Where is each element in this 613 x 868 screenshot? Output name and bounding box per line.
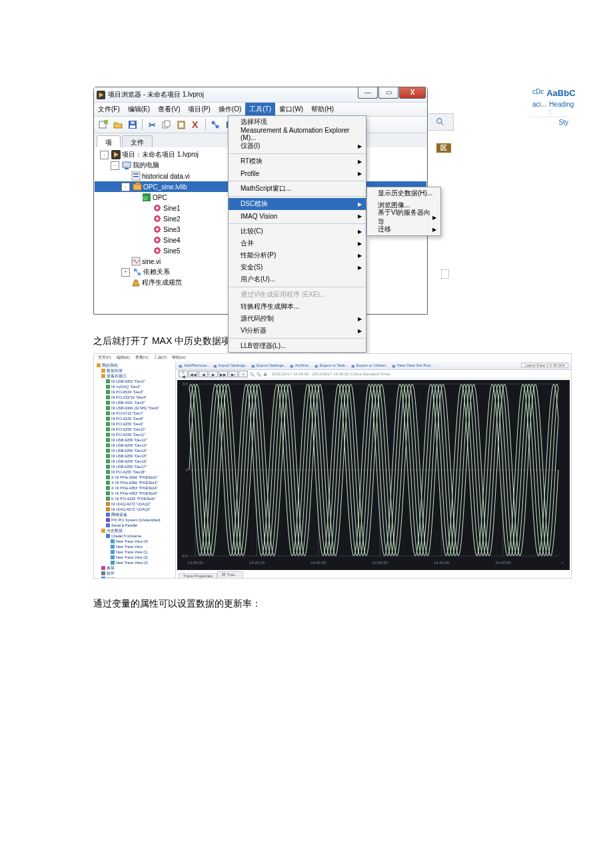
nav-first-button[interactable]: |◀ — [179, 371, 188, 377]
max-tool[interactable]: ▣Archive... — [290, 363, 312, 368]
max-tree-row[interactable]: NI USB-6366 (32 MS) "Dev6" — [94, 405, 175, 411]
latest-data-button[interactable]: Latest Data 1.0 00:000 — [521, 363, 568, 368]
zoom-in-icon[interactable]: 🔍 — [250, 372, 255, 377]
cut-icon[interactable]: ✂ — [145, 118, 159, 131]
tools-menu-dropdown[interactable]: 选择环境Measurement & Automation Explorer (M… — [228, 115, 366, 353]
max-toolbar[interactable]: ▣Add/Remove...▣Import Settings...▣Export… — [176, 361, 571, 370]
menu-6[interactable]: 窗口(W) — [275, 103, 307, 116]
menu-item[interactable]: 源代码控制▶ — [229, 313, 366, 325]
max-tool[interactable]: ▣Export to Task... — [314, 363, 348, 368]
max-tree-row[interactable]: 6: NI PCI-6225 "PXIESlot6" — [94, 496, 175, 501]
max-tree-row[interactable]: PXI PCI System (Unidentified) — [94, 517, 175, 523]
max-tree-row[interactable]: NI USB-6259 "Dev14" — [94, 448, 175, 453]
tree-toggle[interactable]: + — [121, 268, 130, 277]
tab-trace-props[interactable]: Trace Properties — [179, 573, 217, 578]
max-tree-row[interactable]: NI PCI-6255 "Dev9" — [94, 421, 175, 427]
nav-last-button[interactable]: ▶| — [229, 371, 238, 377]
max-tree-row[interactable]: Serial & Parallel — [94, 523, 175, 528]
max-tree-row[interactable]: NI USB-6259 "Dev16" — [94, 459, 175, 464]
menu-3[interactable]: 项目(P) — [184, 103, 214, 116]
delete-icon[interactable]: X — [189, 118, 203, 131]
max-tree[interactable]: 我的系统数据邻居设备和接口NI USB-6353 "Dev2"NI myDAQ … — [94, 361, 176, 578]
max-menu[interactable]: 文件(F) — [98, 355, 111, 361]
new-vi-icon[interactable] — [97, 118, 110, 131]
max-tree-row[interactable]: NI USB-6353 "Dev2" — [94, 379, 175, 384]
menu-item[interactable]: DSC模块▶ — [229, 198, 366, 210]
menu-item[interactable]: RT模块▶ — [229, 155, 366, 167]
max-tree-row[interactable]: 历史数据 — [94, 528, 175, 533]
menu-item[interactable]: 用户名(U)... — [229, 273, 366, 285]
max-tree-row[interactable]: NI cDAQ-9272 "cDAQ2" — [94, 501, 175, 507]
menu-5[interactable]: 工具(T) — [245, 103, 275, 116]
open-icon[interactable] — [111, 118, 125, 131]
nav-prev-page-button[interactable]: ◀◀ — [189, 371, 198, 377]
max-tool[interactable]: ▣Import Settings... — [213, 363, 249, 368]
tree-toggle[interactable]: - — [121, 183, 130, 191]
paste-icon[interactable] — [175, 118, 188, 131]
menu-item[interactable]: 性能分析(P)▶ — [229, 249, 366, 261]
nav-next-page-button[interactable]: ▶▶ — [219, 371, 228, 377]
tree-toggle[interactable]: - — [100, 151, 109, 159]
menu-item[interactable]: MathScript窗口... — [229, 183, 366, 195]
max-tree-row[interactable]: 2: NI PXIe-2566 "PXIESlot2" — [94, 475, 175, 480]
max-tree-row[interactable]: IVI Drivers — [94, 576, 175, 578]
menu-item[interactable]: 合并▶ — [229, 237, 366, 249]
max-tree-row[interactable]: NI cDAQ-9272 "cDAQ3" — [94, 507, 175, 512]
max-tool[interactable]: ▣Add/Remove... — [179, 363, 211, 368]
max-tree-row[interactable]: Citadel 5 Universe — [94, 533, 175, 539]
nav-plus-button[interactable]: + — [239, 371, 248, 377]
submenu-item[interactable]: 显示历史数据(H)... — [367, 187, 440, 199]
max-tree-row[interactable]: 设备和接口 — [94, 373, 175, 379]
nav-next-button[interactable]: ▶ — [209, 371, 218, 377]
max-tree-row[interactable]: NI USB-6255 "Dev17" — [94, 464, 175, 469]
max-tree-row[interactable]: New Trace View — [94, 544, 175, 549]
max-tree-row[interactable]: 4: NI PXIe-4353 "PXIESlot4" — [94, 485, 175, 491]
max-tree-row[interactable]: NI PCI-6534 "Dev3" — [94, 389, 175, 395]
save-icon[interactable] — [126, 118, 139, 131]
max-menu[interactable]: 查看(V) — [135, 355, 149, 361]
menubar[interactable]: 文件(F)编辑(E)查看(V)项目(P)操作(O)工具(T)窗口(W)帮助(H) — [94, 103, 427, 117]
max-menu[interactable]: 编辑(E) — [117, 355, 130, 361]
max-tree-row[interactable]: 我的系统 — [94, 363, 175, 368]
submenu-item[interactable]: 迁移▶ — [367, 223, 440, 235]
max-tree-row[interactable]: NI PCI-6225 "Dev8" — [94, 416, 175, 421]
max-tree-row[interactable]: 3: NI PXIe-6366 "PXIESlot3" — [94, 480, 175, 485]
max-tree-row[interactable]: 5: NI PXIe-4353 "PXIESlot5" — [94, 491, 175, 496]
nav-prev-button[interactable]: ◀ — [199, 371, 208, 377]
max-tree-row[interactable]: New Trace View (3) — [94, 555, 175, 560]
maximize-button[interactable]: ▭ — [378, 87, 398, 99]
max-tree-row[interactable]: NI USB-4431 "Dev5" — [94, 400, 175, 405]
menu-1[interactable]: 编辑(E) — [124, 103, 154, 116]
menu-item[interactable]: 比较(C)▶ — [229, 225, 366, 237]
copy-icon[interactable] — [160, 118, 173, 131]
menu-item[interactable]: LLB管理器(L)... — [229, 340, 366, 352]
submenu-item[interactable]: 基于VI的服务器向导▶ — [367, 211, 440, 223]
menu-7[interactable]: 帮助(H) — [307, 103, 338, 116]
tab-trace-2[interactable]: 阿 Trac... — [217, 571, 243, 578]
max-menu[interactable]: 帮助(H) — [172, 355, 185, 361]
zoom-out-icon[interactable]: 🔍 — [257, 372, 261, 377]
max-tree-row[interactable]: 换算 — [94, 565, 175, 571]
max-menu[interactable]: 工具(T) — [154, 355, 167, 361]
max-tree-row[interactable]: NI USB-6259 "Dev12" — [94, 437, 175, 443]
menu-item[interactable]: Measurement & Automation Explorer (M)... — [229, 128, 366, 140]
max-tree-row[interactable]: NI PCI-232/16 "Dev4" — [94, 395, 175, 400]
minimize-button[interactable]: — — [358, 87, 378, 99]
menu-0[interactable]: 文件(F) — [94, 103, 124, 116]
menu-4[interactable]: 操作(O) — [215, 103, 245, 116]
menu-item[interactable]: Profile▶ — [229, 167, 366, 179]
menu-item[interactable]: VI分析器▶ — [229, 325, 366, 337]
max-tool[interactable]: ▣View Data Set Run... — [392, 363, 434, 368]
max-tree-row[interactable]: NI USB-6259 "Dev13" — [94, 443, 175, 448]
max-tree-row[interactable]: New Trace View (1) — [94, 549, 175, 555]
max-tree-row[interactable]: 数据邻居 — [94, 368, 175, 373]
max-tree-row[interactable]: NI PCI-6259 "Dev11" — [94, 432, 175, 437]
max-tree-row[interactable]: New Trace View (4) — [94, 539, 175, 544]
resolve-conflicts-icon[interactable] — [209, 118, 222, 131]
tree-toggle[interactable]: - — [111, 161, 119, 170]
print-icon[interactable]: 🖨 — [263, 372, 267, 376]
menu-item[interactable]: IMAQ Vision▶ — [229, 210, 366, 222]
max-tree-row[interactable]: NI PCI-6255 "Dev18" — [94, 469, 175, 475]
max-tree-row[interactable]: New Trace View (2) — [94, 560, 175, 565]
max-tool[interactable]: ▣Export to Citizen... — [351, 363, 389, 368]
